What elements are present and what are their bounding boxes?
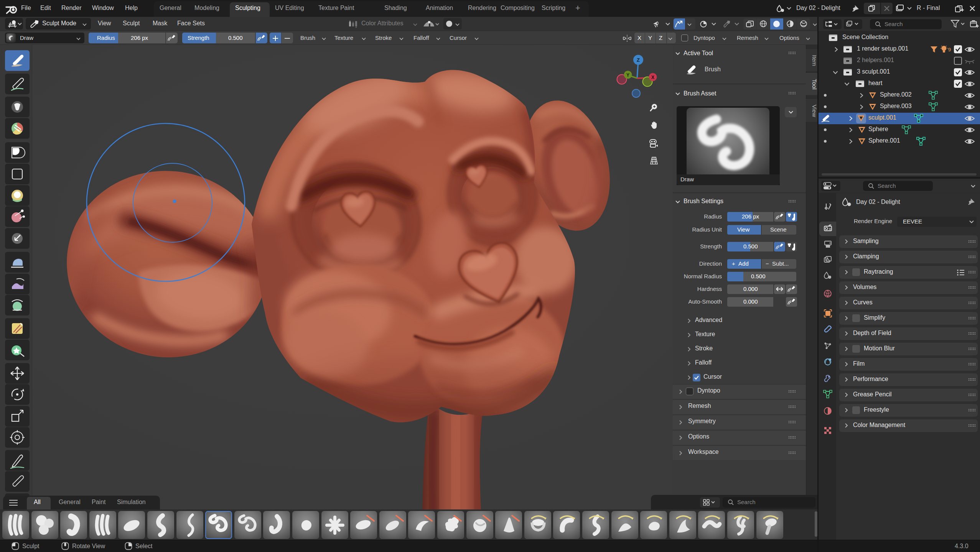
svg-text:X: X bbox=[651, 75, 654, 80]
svg-text:Z: Z bbox=[637, 57, 640, 63]
svg-text:Y: Y bbox=[626, 72, 629, 78]
